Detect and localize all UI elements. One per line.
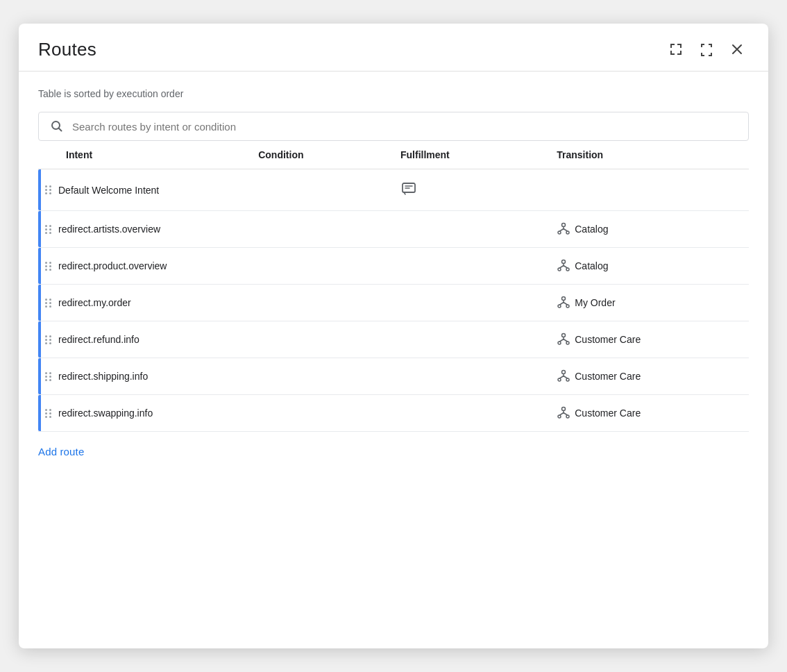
table-row[interactable]: redirect.artists.overview Catalog [38,211,749,248]
collapse-button[interactable] [695,37,718,61]
search-input[interactable] [72,121,737,133]
intent-content: redirect.my.order [44,297,244,309]
table-row[interactable]: redirect.swapping.info Customer Care [38,395,749,432]
row-left-bar [38,248,41,284]
drag-handle[interactable] [44,334,53,346]
row-left-bar [38,395,41,431]
message-icon [400,180,417,197]
row-left-bar [38,358,41,394]
row-left-bar [38,285,41,321]
col-transition: Transition [550,141,749,169]
transition-cell [550,169,749,211]
transition-text: Customer Care [575,408,641,419]
routes-table: Intent Condition Fulfillment Transition … [38,141,749,432]
svg-point-10 [566,305,569,308]
svg-point-6 [558,268,561,271]
fulfillment-cell [394,358,550,395]
fulfillment-cell [394,285,550,321]
transition-cell: My Order [550,285,749,321]
table-row[interactable]: redirect.shipping.info Customer Care [38,358,749,395]
drag-handle[interactable] [44,224,53,235]
intent-content: redirect.swapping.info [44,408,244,419]
transition-text: Catalog [575,260,608,271]
modal-title: Routes [38,39,96,60]
intent-cell: redirect.swapping.info [38,395,251,432]
intent-text: redirect.product.overview [58,260,167,271]
svg-point-19 [566,415,569,418]
transition-content: Catalog [557,222,742,236]
intent-cell: redirect.artists.overview [38,211,251,248]
fulfillment-cell [394,395,550,432]
expand-icon [668,42,684,57]
intent-content: redirect.artists.overview [44,224,244,235]
fulfillment-cell [394,248,550,285]
table-row[interactable]: redirect.my.order My Order [38,285,749,321]
close-icon [729,42,745,57]
svg-point-16 [566,378,569,381]
svg-point-13 [566,342,569,344]
drag-handle[interactable] [44,297,53,309]
transition-cell: Catalog [550,248,749,285]
intent-cell: redirect.refund.info [38,321,251,358]
transition-content: Catalog [557,259,742,273]
intent-content: redirect.shipping.info [44,371,244,383]
add-route-button[interactable]: Add route [38,439,749,464]
drag-handle[interactable] [44,260,53,272]
search-icon [50,119,64,133]
node-icon [557,296,570,310]
transition-cell: Customer Care [550,358,749,395]
node-icon [557,333,570,346]
fulfillment-cell [394,321,550,358]
modal-header: Routes [19,24,768,72]
table-row[interactable]: redirect.product.overview Catalog [38,248,749,285]
node-icon [557,369,570,383]
table-row[interactable]: Default Welcome Intent [38,169,749,211]
row-left-bar [38,321,41,358]
close-button[interactable] [725,37,749,61]
intent-content: Default Welcome Intent [44,184,244,196]
transition-text: Catalog [575,224,608,235]
node-icon [557,222,570,236]
table-header: Intent Condition Fulfillment Transition [38,141,749,169]
svg-point-7 [566,268,569,271]
intent-text: redirect.shipping.info [58,371,148,382]
transition-text: My Order [575,297,615,308]
svg-point-3 [558,231,561,234]
table-body: Default Welcome Intent redirect.artists.… [38,169,749,432]
drag-handle[interactable] [44,371,53,383]
fulfillment-cell [394,211,550,248]
drag-handle[interactable] [44,184,53,196]
transition-cell: Customer Care [550,395,749,432]
expand-button[interactable] [664,37,688,61]
row-left-bar [38,211,41,247]
modal-body: Table is sorted by execution order Inten… [19,72,768,648]
node-icon [557,406,570,420]
transition-content: Customer Care [557,369,742,383]
table-row[interactable]: redirect.refund.info Customer Care [38,321,749,358]
intent-text: redirect.refund.info [58,334,139,345]
transition-cell: Catalog [550,211,749,248]
svg-point-4 [566,231,569,234]
routes-table-wrapper: Intent Condition Fulfillment Transition … [38,141,749,432]
drag-handle[interactable] [44,408,53,419]
intent-text: redirect.swapping.info [58,408,153,419]
condition-cell [251,211,394,248]
fulfillment-cell [394,169,550,211]
col-intent: Intent [38,141,251,169]
intent-text: Default Welcome Intent [58,185,159,196]
condition-cell [251,358,394,395]
search-bar [38,112,749,141]
transition-text: Customer Care [575,371,641,382]
svg-point-9 [558,305,561,308]
sort-label: Table is sorted by execution order [38,88,749,99]
svg-point-15 [558,378,561,381]
condition-cell [251,169,394,211]
intent-content: redirect.refund.info [44,334,244,346]
condition-cell [251,321,394,358]
svg-point-18 [558,415,561,418]
col-condition: Condition [251,141,394,169]
intent-cell: Default Welcome Intent [38,169,251,211]
transition-cell: Customer Care [550,321,749,358]
svg-point-12 [558,342,561,344]
transition-content: Customer Care [557,333,742,346]
